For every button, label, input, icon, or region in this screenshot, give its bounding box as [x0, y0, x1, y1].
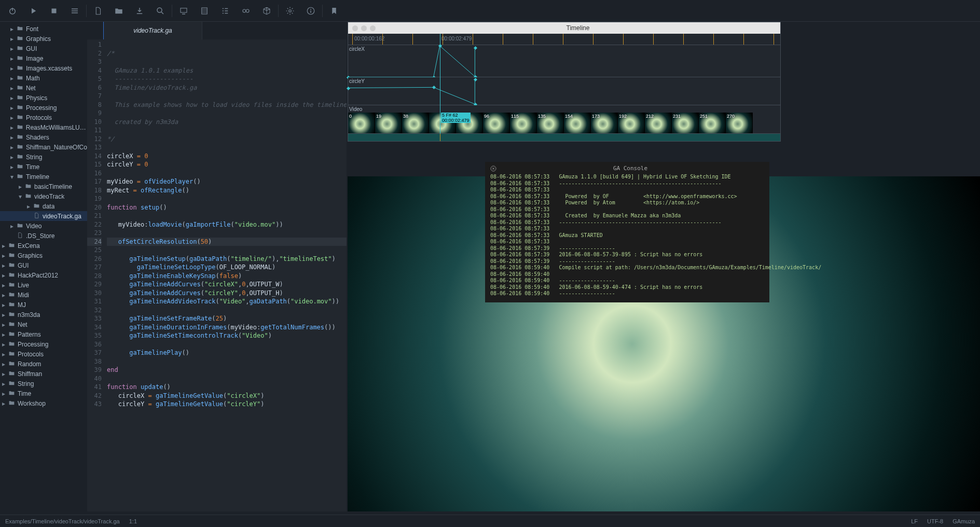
timeline-titlebar[interactable]: Timeline: [348, 22, 780, 34]
disclosure-icon[interactable]: ▸: [10, 163, 17, 171]
code-line[interactable]: [107, 229, 347, 238]
curve-track[interactable]: circleX: [348, 45, 780, 77]
code-line[interactable]: function setup(): [107, 203, 347, 212]
disclosure-icon[interactable]: ▸: [10, 134, 17, 141]
disclosure-icon[interactable]: ▸: [2, 301, 8, 309]
code-line[interactable]: gaTimelineSetLoopType(OF_LOOP_NORMAL): [107, 263, 347, 272]
disclosure-icon[interactable]: ▸: [2, 272, 8, 279]
download-button[interactable]: [129, 0, 150, 22]
status-encoding[interactable]: UTF-8: [927, 518, 943, 524]
code-line[interactable]: */: [107, 135, 347, 144]
timeline-tracks[interactable]: circleXcircleY: [348, 45, 780, 105]
code-line[interactable]: [107, 195, 347, 203]
tree-item[interactable]: ▸ReasMcWilliamsLUST: [0, 122, 87, 132]
code-line[interactable]: GAmuza 1.0.1 examples: [107, 66, 347, 75]
disclosure-icon[interactable]: ▸: [2, 292, 8, 299]
video-thumb[interactable]: 0: [348, 113, 375, 133]
code-line[interactable]: end: [107, 366, 347, 375]
code-line[interactable]: [107, 306, 347, 315]
code-line[interactable]: gaTimelineAddVideoTrack("Video",gaDataPa…: [107, 297, 347, 306]
code-line[interactable]: [107, 212, 347, 220]
code-line[interactable]: function update(): [107, 383, 347, 392]
code-line[interactable]: created by n3m3da: [107, 118, 347, 127]
code-line[interactable]: gaTimelineSetFrameRate(25): [107, 314, 347, 323]
disclosure-icon[interactable]: ▸: [2, 331, 8, 338]
tree-item[interactable]: ▸Processing: [0, 339, 87, 349]
disclosure-icon[interactable]: ▸: [2, 360, 8, 368]
code-line[interactable]: [107, 246, 347, 255]
video-thumb[interactable]: 96: [483, 113, 510, 133]
timeline-scrubber[interactable]: [348, 134, 780, 141]
cube-button[interactable]: [256, 0, 277, 22]
tree-item[interactable]: ▸Random: [0, 359, 87, 369]
tree-item[interactable]: ▸data: [0, 201, 87, 211]
disclosure-icon[interactable]: ▸: [27, 203, 33, 210]
minimize-icon[interactable]: [361, 25, 367, 31]
tree-item[interactable]: ▸Patterns: [0, 329, 87, 339]
tree-item[interactable]: ▾Timeline: [0, 172, 87, 182]
tree-item[interactable]: ▸Math: [0, 73, 87, 83]
tab-videotrack[interactable]: videoTrack.ga: [104, 22, 202, 39]
disclosure-icon[interactable]: ▸: [10, 65, 17, 72]
video-thumb[interactable]: 19: [375, 113, 402, 133]
disclosure-icon[interactable]: ▸: [2, 380, 8, 387]
tree-item[interactable]: ▸Live: [0, 280, 87, 290]
infinity-button[interactable]: [236, 0, 256, 22]
bookmark-button[interactable]: [324, 0, 344, 22]
close-icon[interactable]: [352, 25, 358, 31]
video-thumb[interactable]: 192: [618, 113, 645, 133]
tree-item[interactable]: ▸String: [0, 379, 87, 389]
code-line[interactable]: [107, 58, 347, 66]
disclosure-icon[interactable]: ▸: [2, 321, 8, 328]
disclosure-icon[interactable]: ▸: [2, 400, 8, 407]
tree-item[interactable]: videoTrack.ga: [0, 211, 87, 221]
code-line[interactable]: myRect = ofRectangle(): [107, 186, 347, 195]
tree-item[interactable]: ▸String: [0, 152, 87, 162]
code-line[interactable]: gaTimelineAddCurves("circleX",0,OUTPUT_W…: [107, 280, 347, 289]
video-thumb[interactable]: 38: [402, 113, 429, 133]
code-line[interactable]: [107, 40, 347, 49]
disclosure-icon[interactable]: ▸: [10, 144, 17, 151]
tree-item[interactable]: ▸MJ: [0, 300, 87, 310]
code-line[interactable]: circleX = gaTimelineGetValue("circleX"): [107, 392, 347, 400]
power-button[interactable]: [2, 0, 23, 22]
ga-console[interactable]: GA Console 08-06-2016 08:57:33 GAmuza 1.…: [485, 162, 769, 302]
video-track[interactable]: Video 0193877961151351541731922122312512…: [348, 105, 780, 134]
disclosure-icon[interactable]: ▸: [2, 252, 8, 259]
menu-button[interactable]: [64, 0, 85, 22]
disclosure-icon[interactable]: ▸: [10, 124, 17, 131]
disclosure-icon[interactable]: ▾: [19, 193, 25, 200]
tree-item[interactable]: ▸Protocols: [0, 349, 87, 359]
video-thumb[interactable]: 270: [726, 113, 753, 133]
disclosure-icon[interactable]: ▾: [10, 173, 17, 181]
disclosure-icon[interactable]: ▸: [10, 35, 17, 43]
tree-item[interactable]: ▸Shaders: [0, 132, 87, 142]
disclosure-icon[interactable]: ▸: [19, 183, 25, 190]
stop-button[interactable]: [44, 0, 64, 22]
folder-button[interactable]: [108, 0, 129, 22]
disclosure-icon[interactable]: ▸: [2, 242, 8, 249]
code-line[interactable]: gaTimelineDurationInFrames(myVideo:getTo…: [107, 323, 347, 332]
disclosure-icon[interactable]: ▸: [2, 341, 8, 348]
status-language[interactable]: GAmuza: [953, 518, 975, 524]
tree-item[interactable]: ▸Shiffman: [0, 369, 87, 379]
tree-item[interactable]: ▸Time: [0, 389, 87, 398]
code-line[interactable]: [107, 109, 347, 118]
tree-item[interactable]: ▸GUI: [0, 260, 87, 270]
video-thumb[interactable]: 154: [564, 113, 591, 133]
tree-item[interactable]: ▸Graphics: [0, 251, 87, 260]
gear-button[interactable]: [280, 0, 300, 22]
console-close-icon[interactable]: [490, 165, 496, 172]
disclosure-icon[interactable]: ▸: [10, 45, 17, 52]
disclosure-icon[interactable]: ▸: [10, 25, 17, 33]
code-line[interactable]: [107, 375, 347, 383]
tree-item[interactable]: ▸Font: [0, 24, 87, 34]
film-button[interactable]: [194, 0, 215, 22]
tree-item[interactable]: ▸ExCena: [0, 241, 87, 251]
tree-item[interactable]: ▾videoTrack: [0, 191, 87, 201]
tree-item[interactable]: ▸HackPact2012: [0, 270, 87, 280]
timeline-window[interactable]: Timeline 00:00:00:162 00:00:02:479 circl…: [348, 22, 781, 142]
video-thumb[interactable]: 231: [672, 113, 699, 133]
code-line[interactable]: [107, 340, 347, 349]
timeline-ruler[interactable]: 00:00:00:162 00:00:02:479: [348, 34, 780, 45]
